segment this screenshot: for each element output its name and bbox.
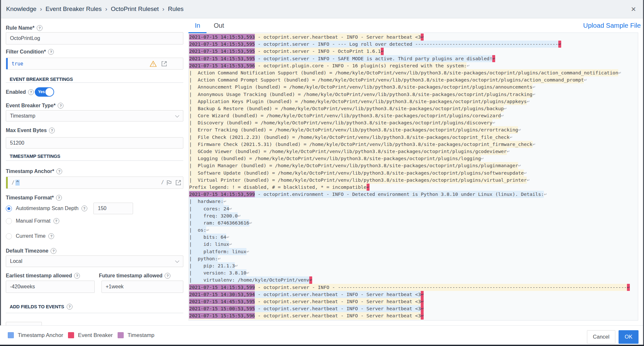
breadcrumb-rules[interactable]: Rules	[168, 5, 184, 13]
ok-button[interactable]: OK	[619, 330, 639, 344]
close-icon[interactable]: ×	[631, 5, 638, 13]
help-icon[interactable]: ?	[51, 248, 56, 254]
max-event-bytes-input[interactable]: 51200	[6, 137, 183, 149]
help-icon[interactable]: ?	[37, 25, 43, 31]
warning-icon[interactable]	[149, 60, 157, 67]
help-icon[interactable]: ?	[48, 233, 54, 239]
scan-depth-input[interactable]: 150	[93, 203, 133, 214]
timestamp-highlight: 2021-07-15 14:15:53,595	[189, 48, 255, 54]
log-line: | Action Command Prompt Support (bundled…	[189, 76, 638, 83]
cancel-button[interactable]: Cancel	[587, 330, 615, 344]
event-break-marker: ↵	[381, 48, 384, 55]
event-break-marker: ↵	[367, 184, 370, 191]
default-timezone-label-text: Default Timezone	[6, 248, 48, 254]
timestamp-highlight: 2021-07-15 14:15:53,593	[189, 34, 255, 40]
help-icon[interactable]: ?	[53, 218, 59, 224]
upload-sample-file-link[interactable]: Upload Sample File	[583, 18, 641, 33]
radio-current-time[interactable]	[6, 233, 12, 239]
breadcrumb-knowledge[interactable]: Knowledge	[6, 5, 36, 13]
timestamp-format-label: Timestamp Format* ?	[6, 195, 183, 201]
log-line: | Software Update (bundled) = /home/kyle…	[189, 169, 638, 177]
legend-label: Timestamp	[128, 332, 154, 339]
log-line: | freq: 3200.0↵	[189, 212, 638, 219]
log-line: | pip: 21.1.3↵	[189, 262, 638, 269]
tab-out[interactable]: Out	[207, 18, 231, 33]
newline-marker: ↵	[527, 177, 530, 184]
tab-in[interactable]: In	[188, 18, 207, 33]
filter-condition-input[interactable]: true	[6, 58, 183, 70]
legend-item-event-breaker: Event Breaker	[68, 332, 113, 339]
regex-flags-icon[interactable]	[166, 180, 172, 186]
help-icon[interactable]: ?	[48, 49, 54, 55]
log-line: | Error Tracking (bundled) = /home/kyle/…	[189, 126, 638, 133]
log-line: | version: 3.8.10↵	[189, 269, 638, 276]
newline-marker: ↵	[510, 134, 513, 141]
help-icon[interactable]: ?	[58, 103, 63, 109]
modal-footer: Timestamp Anchor Event Breaker Timestamp…	[1, 325, 643, 345]
log-line: | ram: 67463663616↵	[189, 219, 638, 226]
timestamp-anchor-input[interactable]: / ^ /	[6, 177, 183, 189]
log-line: 2021-07-15 14:30:53,594 - octoprint.serv…	[189, 291, 638, 298]
event-break-marker: ↵	[627, 284, 630, 291]
scan-depth-value: 150	[98, 206, 107, 211]
rule-name-value: OctoPrintLog	[10, 35, 40, 41]
max-event-bytes-label: Max Event Bytes ?	[6, 127, 183, 134]
event-breaker-rule-modal: Knowledge › Event Breaker Rules › OctoPr…	[1, 0, 643, 345]
event-break-marker: ↵	[421, 291, 424, 298]
help-icon[interactable]: ?	[56, 195, 62, 201]
enabled-label: Enabled ?	[6, 89, 34, 95]
earliest-timestamp-label-text: Earliest timestamp allowed	[6, 273, 72, 279]
event-break-marker: ↵	[309, 276, 312, 284]
max-event-bytes-label-text: Max Event Bytes	[6, 127, 47, 134]
help-icon[interactable]: ?	[74, 273, 80, 279]
help-icon[interactable]: ?	[165, 273, 170, 279]
event-break-marker: ↵	[492, 55, 495, 62]
help-icon[interactable]: ?	[56, 168, 62, 174]
event-breaker-swatch	[68, 332, 74, 338]
section-event-breaker-settings: EVENT BREAKER SETTINGS	[10, 76, 183, 82]
log-line: | Firmware Check (2021.5.31) (bundled) =…	[189, 141, 638, 148]
newline-marker: ↵	[466, 62, 469, 69]
sample-log-preview[interactable]: 2021-07-15 14:15:53,593 - octoprint.serv…	[188, 33, 638, 321]
section-add-fields-to-events: ADD FIELDS TO EVENTS ?	[10, 303, 183, 310]
regex-open-delimiter: /	[12, 180, 14, 186]
newline-marker: ↵	[206, 226, 209, 234]
add-fields-heading-text: ADD FIELDS TO EVENTS	[10, 303, 64, 310]
add-field-input[interactable]	[6, 322, 42, 325]
rule-form-panel: Rule Name* ? OctoPrintLog Filter Conditi…	[1, 18, 188, 325]
breadcrumb-octoprint-ruleset[interactable]: OctoPrint Ruleset	[111, 5, 159, 13]
timestamp-format-label-text: Timestamp Format*	[6, 195, 54, 201]
default-timezone-select[interactable]: Local	[6, 255, 183, 267]
timestamp-highlight: 2021-07-15 14:15:53,599	[189, 284, 255, 290]
app-background-edge	[0, 345, 644, 346]
newline-marker: ↵	[527, 98, 530, 105]
newline-marker: ↵	[504, 105, 507, 112]
newline-marker: ↵	[507, 148, 510, 155]
event-breaker-type-select[interactable]: Timestamp	[6, 110, 183, 121]
open-expression-editor-icon[interactable]	[161, 60, 168, 67]
help-icon[interactable]: ?	[67, 304, 72, 310]
log-line: 2021-07-15 14:15:53,599 - octoprint.serv…	[189, 284, 638, 291]
radio-row-manual-format: Manual Format ?	[6, 216, 183, 226]
breadcrumb-separator: ›	[40, 5, 42, 13]
radio-manual-format-label: Manual Format	[16, 218, 51, 224]
newline-marker: ↵	[238, 212, 241, 219]
event-break-marker: ↵	[421, 34, 424, 41]
active-tab-underline	[188, 32, 207, 33]
radio-autotimestamp[interactable]	[6, 206, 12, 212]
open-regex-editor-icon[interactable]	[175, 179, 182, 186]
earliest-timestamp-input[interactable]: -420weeks	[6, 281, 95, 293]
legend-label: Event Breaker	[78, 332, 113, 339]
newline-marker: ↵	[229, 241, 232, 248]
breadcrumb-event-breaker-rules[interactable]: Event Breaker Rules	[45, 5, 101, 13]
rule-name-input[interactable]: OctoPrintLog	[6, 32, 183, 44]
newline-marker: ↵	[518, 126, 521, 133]
enabled-toggle[interactable]: Yes	[35, 87, 54, 97]
help-icon[interactable]: ?	[28, 89, 34, 95]
radio-manual-format[interactable]	[6, 218, 12, 224]
help-icon[interactable]: ?	[82, 206, 87, 211]
future-timestamp-input[interactable]: +1week	[101, 281, 183, 293]
newline-marker: ↵	[481, 155, 484, 162]
help-icon[interactable]: ?	[49, 128, 55, 133]
log-line: | os:↵	[189, 226, 638, 234]
